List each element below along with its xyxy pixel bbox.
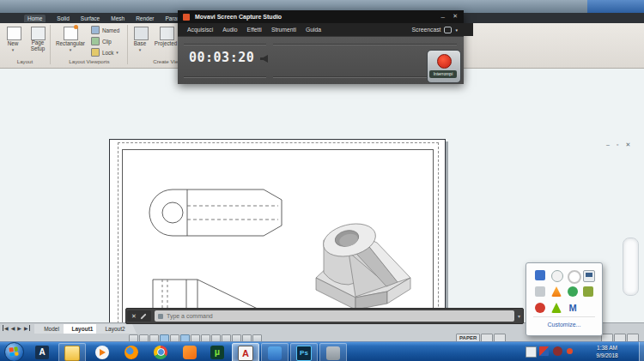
movavi-titlebar[interactable]: Movavi Screen Capture Studio – ✕ xyxy=(178,10,464,23)
chevron-down-icon: ▾ xyxy=(0,47,26,52)
prev-tab-icon[interactable]: ◀ xyxy=(11,325,15,331)
new-layout-button[interactable]: New xyxy=(0,40,26,46)
panel-label-viewports[interactable]: Layout Viewports xyxy=(52,58,127,64)
rectangular-viewport-button[interactable]: Rectangular xyxy=(53,40,88,46)
screencast-mode-icon xyxy=(444,27,452,33)
tray-icon-display[interactable] xyxy=(583,270,595,282)
close-icon[interactable]: ✕ xyxy=(453,13,458,20)
new-layout-icon[interactable] xyxy=(7,27,21,40)
folder-icon xyxy=(64,346,80,361)
tab-solid[interactable]: Solid xyxy=(57,15,69,21)
page-setup-icon[interactable] xyxy=(31,27,46,40)
screencast-label: Screencast xyxy=(411,27,440,33)
taskbar-gray-app[interactable] xyxy=(319,343,347,361)
named-viewport-button[interactable]: Named xyxy=(91,26,119,34)
taskbar-utorrent[interactable]: µ xyxy=(204,343,230,361)
tab-layout2[interactable]: Layout2 xyxy=(96,324,137,334)
tab-render[interactable]: Render xyxy=(136,15,154,21)
tray-overflow-popup: M Customize... xyxy=(526,262,603,336)
menu-acquisisci[interactable]: Acquisisci xyxy=(187,27,213,33)
tray-icon-blue-app[interactable] xyxy=(535,270,545,280)
tray-icon-green-circle[interactable] xyxy=(568,286,578,297)
tray-icon-audio[interactable] xyxy=(551,270,563,282)
panel-groove xyxy=(184,76,266,77)
start-button[interactable] xyxy=(4,342,24,361)
taskbar-explorer[interactable] xyxy=(58,343,86,361)
doc-restore-icon[interactable]: ▫ xyxy=(617,141,618,148)
taskbar-chrome[interactable] xyxy=(148,343,173,361)
command-input[interactable]: Type a command xyxy=(155,310,514,322)
play-icon xyxy=(95,346,109,359)
chevron-down-icon[interactable]: ▾ xyxy=(518,313,520,319)
movavi-app-icon xyxy=(183,14,190,21)
taskbar-autocad-pinned[interactable]: A xyxy=(29,343,55,361)
speaker-muted-icon[interactable] xyxy=(260,55,268,63)
clock-time: 1:38 AM xyxy=(579,344,635,352)
first-tab-icon[interactable]: ◀ xyxy=(3,325,9,331)
page-setup-button[interactable]: Page Setup xyxy=(24,40,52,52)
tab-surface[interactable]: Surface xyxy=(81,15,100,21)
doc-close-icon[interactable]: ✕ xyxy=(625,141,630,148)
customize-link[interactable]: Customize... xyxy=(526,322,602,328)
tray-icon-m-app[interactable]: M xyxy=(568,303,578,313)
taskbar-autocad-active[interactable]: A xyxy=(232,343,259,361)
tray-icon-olive-app[interactable] xyxy=(583,286,593,297)
close-icon[interactable]: ✕ xyxy=(131,313,137,320)
base-view-button[interactable]: Base xyxy=(127,40,153,46)
stop-recording-button[interactable]: Interrompi xyxy=(427,50,461,83)
base-view-icon[interactable] xyxy=(134,27,149,40)
panel-groove xyxy=(184,44,266,45)
taskbar-firefox[interactable] xyxy=(118,343,144,361)
taskbar-media-player[interactable] xyxy=(89,343,115,361)
screencast-selector[interactable]: Screencast ▾ xyxy=(411,23,458,36)
chevron-down-icon: ▾ xyxy=(127,47,153,52)
taskbar-photoshop[interactable]: Ps xyxy=(290,343,318,361)
tray-icon-cone[interactable] xyxy=(551,286,562,297)
tab-home[interactable]: Home xyxy=(24,15,46,22)
tray-icon-pinwheel[interactable] xyxy=(535,286,545,297)
command-line-bar[interactable]: ✕ Type a command ▾ xyxy=(125,308,524,324)
movavi-title: Movavi Screen Capture Studio xyxy=(195,14,282,20)
tray-display-icon[interactable] xyxy=(526,346,537,358)
record-dot-icon xyxy=(437,54,452,69)
taskbar-clock[interactable]: 1:38 AM 9/9/2018 xyxy=(579,344,635,360)
tray-icon-green-triangle[interactable] xyxy=(551,303,562,313)
utorrent-icon: µ xyxy=(210,346,224,359)
tray-icon-red-badge[interactable] xyxy=(535,303,545,313)
stop-button-label: Interrompi xyxy=(429,70,457,78)
document-window-controls: ‒ ▫ ✕ xyxy=(606,141,630,148)
next-tab-icon[interactable]: ▶ xyxy=(17,325,21,331)
tray-red-icon[interactable] xyxy=(553,346,562,356)
layout-tab-nav: ◀ ◀ ▶ ▶ xyxy=(3,325,30,331)
top-view-drawing xyxy=(149,190,282,236)
taskbar-uc-browser[interactable] xyxy=(177,343,203,361)
projected-view-icon[interactable] xyxy=(160,27,174,40)
tray-flag-icon[interactable] xyxy=(539,346,549,356)
command-placeholder: Type a command xyxy=(167,310,213,322)
chevron-down-icon: ▾ xyxy=(116,50,118,55)
command-prompt-icon xyxy=(158,314,163,319)
new-badge-icon xyxy=(74,25,78,29)
panel-label-layout[interactable]: Layout xyxy=(0,58,50,64)
panel-groove xyxy=(273,44,457,45)
firefox-icon xyxy=(125,346,138,359)
menu-audio[interactable]: Audio xyxy=(222,27,237,33)
tab-mesh[interactable]: Mesh xyxy=(111,15,125,21)
taskbar-movavi[interactable] xyxy=(261,343,289,361)
menu-strumenti[interactable]: Strumenti xyxy=(271,27,296,33)
clip-viewport-button[interactable]: Clip xyxy=(91,37,112,45)
autocad-icon: A xyxy=(238,346,253,361)
lock-viewport-button[interactable]: Lock ▾ xyxy=(91,48,118,57)
navigation-bar[interactable] xyxy=(623,238,639,296)
movavi-menubar: Acquisisci Audio Effetti Strumenti Guida… xyxy=(178,23,473,36)
show-desktop-button[interactable] xyxy=(639,342,644,361)
menu-effetti[interactable]: Effetti xyxy=(247,27,262,33)
minimize-icon[interactable]: – xyxy=(441,13,445,21)
command-chip: ✕ xyxy=(127,310,151,322)
wrench-icon[interactable] xyxy=(140,313,146,319)
last-tab-icon[interactable]: ▶ xyxy=(24,325,30,331)
doc-minimize-icon[interactable]: ‒ xyxy=(606,141,610,148)
menu-guida[interactable]: Guida xyxy=(306,27,321,33)
tray-icon-gray-ring[interactable] xyxy=(568,270,581,284)
tray-dot-icon[interactable] xyxy=(567,348,573,354)
